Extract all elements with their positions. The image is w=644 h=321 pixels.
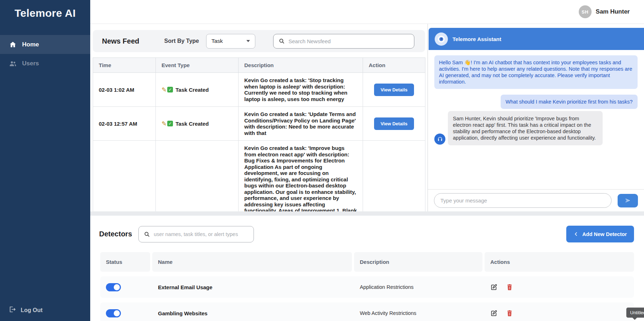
memo-icon: ✎	[162, 120, 167, 127]
sort-type-select[interactable]: Task	[206, 34, 255, 49]
add-new-detector-button[interactable]: Add New Detector	[566, 226, 634, 242]
sidebar-item-label: Home	[22, 41, 39, 48]
event-type-label: Task Created	[175, 87, 209, 93]
actions-cell	[485, 310, 634, 317]
event-type-cell	[156, 141, 239, 212]
column-header-event-type: Event Type	[156, 58, 239, 73]
top-section: News Feed Sort By Type Task Time	[90, 24, 644, 211]
detector-description: Application Restrictions	[354, 284, 482, 290]
event-type-cell: ✎✓Task Created	[156, 73, 239, 107]
tooltip: Untitled	[626, 307, 644, 318]
chevron-left-icon	[573, 231, 579, 237]
memo-icon: ✎	[162, 86, 167, 94]
home-icon	[9, 41, 17, 49]
tooltip-text: Untitled	[630, 310, 644, 315]
status-toggle[interactable]	[106, 309, 121, 317]
newsfeed-search	[273, 34, 414, 49]
status-cell	[100, 283, 150, 291]
check-icon: ✓	[167, 121, 173, 126]
sort-by-type-label: Sort By Type	[164, 38, 199, 44]
assistant-message: Hello Sam 👋! I'm an AI chatbot that has …	[434, 55, 638, 89]
event-time: 02-03 1:02 AM	[93, 73, 156, 107]
column-header-description: Description	[354, 252, 482, 272]
headset-icon	[434, 134, 445, 145]
event-description: Kevin Go created a task: 'Update Terms a…	[239, 107, 363, 141]
column-header-actions: Actions	[485, 252, 634, 272]
chat-input[interactable]	[434, 193, 612, 208]
add-new-detector-label: Add New Detector	[582, 231, 627, 237]
edit-icon[interactable]	[490, 310, 497, 317]
chat-messages: Hello Sam 👋! I'm an AI chatbot that has …	[428, 50, 644, 189]
sidebar-item-users[interactable]: Users	[0, 54, 90, 73]
actions-cell	[485, 284, 634, 291]
event-description: Kevin Go created a task: 'Stop tracking …	[239, 73, 363, 107]
event-time	[93, 141, 156, 212]
search-icon	[144, 231, 150, 237]
view-details-button[interactable]: View Details	[374, 117, 414, 130]
column-header-name: Name	[152, 252, 352, 272]
event-description: Kevin Go created a task: 'Improve bugs f…	[239, 141, 363, 212]
users-icon	[9, 60, 17, 67]
detector-name: External Email Usage	[152, 284, 352, 290]
detector-description: Web Activity Restrictions	[354, 310, 482, 316]
trash-icon[interactable]	[506, 310, 513, 317]
trash-icon[interactable]	[506, 284, 513, 291]
newsfeed-header-row: Time Event Type Description Action	[93, 58, 425, 73]
search-icon	[278, 38, 285, 44]
top-header: SH Sam Hunter	[90, 0, 644, 24]
user-menu[interactable]: SH Sam Hunter	[579, 5, 630, 18]
chevron-down-icon	[246, 40, 250, 42]
column-header-status: Status	[100, 252, 150, 272]
column-header-time: Time	[93, 58, 156, 73]
detector-name: Gambling Websites	[152, 310, 352, 316]
status-cell	[100, 309, 150, 317]
view-details-button[interactable]: View Details	[374, 84, 414, 96]
sidebar: Telemore AI Home Users Log Out	[0, 0, 90, 321]
action-cell	[363, 141, 425, 212]
detector-row: Gambling Websites Web Activity Restricti…	[100, 302, 634, 321]
logout-icon	[9, 306, 16, 315]
event-type-label: Task Created	[175, 121, 209, 127]
detectors-search	[138, 226, 254, 242]
assistant-avatar-icon	[435, 32, 448, 46]
sidebar-nav: Home Users	[0, 35, 90, 73]
detectors-search-input[interactable]	[154, 231, 249, 237]
newsfeed-toolbar: News Feed Sort By Type Task	[93, 30, 425, 52]
logout-button[interactable]: Log Out	[9, 306, 42, 315]
action-cell: View Details	[363, 73, 425, 107]
event-time: 02-03 12:57 AM	[93, 107, 156, 141]
app-root: Telemore AI Home Users Log Out	[0, 0, 644, 321]
newsfeed-panel: News Feed Sort By Type Task Time	[90, 24, 428, 211]
table-row: 02-03 12:57 AM ✎✓Task Created Kevin Go c…	[93, 107, 425, 141]
send-button[interactable]	[618, 194, 638, 207]
assistant-title: Telemore Assistant	[453, 36, 501, 42]
detectors-panel: Detectors Add New Detector Status Name D…	[90, 216, 644, 321]
event-type-cell: ✎✓Task Created	[156, 107, 239, 141]
newsfeed-search-input[interactable]	[288, 38, 409, 44]
column-header-action: Action	[363, 58, 425, 73]
assistant-header: Telemore Assistant	[429, 28, 644, 50]
detectors-toolbar: Detectors Add New Detector	[99, 226, 634, 242]
section-divider	[90, 211, 644, 216]
action-cell: View Details	[363, 107, 425, 141]
edit-icon[interactable]	[490, 284, 497, 291]
app-logo: Telemore AI	[0, 0, 90, 19]
newsfeed-title: News Feed	[102, 37, 139, 45]
avatar: SH	[579, 5, 592, 18]
assistant-message: Sam Hunter, Kevin should prioritize 'Imp…	[448, 111, 603, 145]
main-area: SH Sam Hunter News Feed Sort By Type Tas…	[90, 0, 644, 321]
assistant-panel: Telemore Assistant Hello Sam 👋! I'm an A…	[428, 24, 644, 211]
sort-type-value: Task	[211, 38, 223, 44]
status-toggle[interactable]	[106, 283, 121, 291]
assistant-message-row: Sam Hunter, Kevin should prioritize 'Imp…	[434, 111, 638, 145]
logout-label: Log Out	[21, 307, 42, 314]
user-message: What should I make Kevin prioritize firs…	[501, 95, 638, 109]
column-header-description: Description	[239, 58, 363, 73]
chat-input-bar	[428, 189, 644, 211]
detectors-title: Detectors	[99, 230, 132, 238]
table-row: 02-03 1:02 AM ✎✓Task Created Kevin Go cr…	[93, 73, 425, 107]
detectors-header-row: Status Name Description Actions	[100, 252, 634, 272]
detector-row: External Email Usage Application Restric…	[100, 276, 634, 298]
send-arrow-icon	[624, 197, 631, 204]
sidebar-item-home[interactable]: Home	[0, 35, 90, 54]
